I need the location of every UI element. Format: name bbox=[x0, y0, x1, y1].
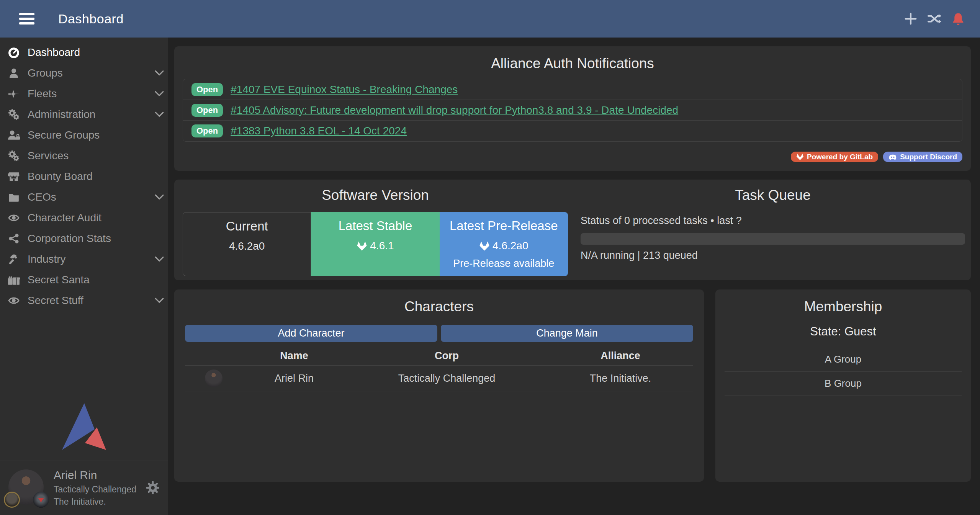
notification-link[interactable]: #1407 EVE Equinox Status - Breaking Chan… bbox=[231, 83, 458, 96]
membership-panel: Membership State: Guest A Group B Group bbox=[715, 289, 971, 482]
plus-icon[interactable] bbox=[904, 12, 917, 25]
sidebar-item-ceos[interactable]: CEOs bbox=[0, 187, 168, 208]
character-portrait bbox=[205, 369, 223, 387]
user-name: Ariel Rin bbox=[54, 468, 136, 482]
chevron-down-icon bbox=[155, 298, 164, 304]
top-navbar: Dashboard bbox=[0, 0, 980, 38]
gitlab-icon bbox=[796, 153, 804, 160]
characters-panel: Characters Add Character Change Main Nam… bbox=[174, 289, 704, 482]
sidebar-item-secret-stuff[interactable]: Secret Stuff bbox=[0, 290, 168, 311]
sidebar-item-dashboard[interactable]: Dashboard bbox=[0, 42, 168, 63]
notifications-title: Alliance Auth Notifications bbox=[183, 56, 962, 72]
add-character-button[interactable]: Add Character bbox=[185, 325, 437, 342]
user-lock-icon bbox=[6, 129, 21, 141]
membership-state: State: Guest bbox=[725, 325, 962, 338]
notification-row: Open #1405 Advisory: Future development … bbox=[183, 100, 962, 121]
user-panel: Ariel Rin Tactically Challenged The Init… bbox=[0, 461, 168, 515]
gitlab-shield[interactable]: Powered by GitLab bbox=[791, 152, 878, 162]
membership-groups: A Group B Group bbox=[725, 348, 962, 396]
task-queue-counts: N/A running | 213 queued bbox=[581, 250, 965, 262]
notification-row: Open #1407 EVE Equinox Status - Breaking… bbox=[183, 79, 962, 100]
shuffle-icon[interactable] bbox=[927, 12, 942, 25]
version-box-current: Current 4.6.2a0 bbox=[183, 212, 311, 276]
gifts-icon bbox=[6, 274, 21, 286]
notifications-panel: Alliance Auth Notifications Open #1407 E… bbox=[174, 46, 971, 171]
prerelease-version: 4.6.2a0 bbox=[440, 240, 568, 252]
version-box-stable: Latest Stable 4.6.1 bbox=[311, 212, 439, 276]
cogs-icon bbox=[6, 150, 21, 162]
sidebar-item-character-audit[interactable]: Character Audit bbox=[0, 208, 168, 228]
notifications-list: Open #1407 EVE Equinox Status - Breaking… bbox=[183, 79, 962, 142]
notification-row: Open #1383 Python 3.8 EOL - 14 Oct 2024 bbox=[183, 121, 962, 141]
user-alliance: The Initiative. bbox=[54, 496, 136, 507]
character-corp: Tactically Challenged bbox=[346, 373, 548, 384]
character-name: Ariel Rin bbox=[242, 373, 346, 384]
gitlab-icon bbox=[357, 241, 367, 251]
share-nodes-icon bbox=[6, 233, 21, 244]
character-alliance: The Initiative. bbox=[548, 373, 693, 384]
sidebar-item-groups[interactable]: Groups bbox=[0, 63, 168, 83]
chevron-down-icon bbox=[155, 256, 164, 262]
notification-link[interactable]: #1383 Python 3.8 EOL - 14 Oct 2024 bbox=[231, 125, 407, 137]
status-badge: Open bbox=[191, 83, 223, 96]
task-queue-progressbar bbox=[581, 233, 965, 245]
page-title: Dashboard bbox=[58, 11, 124, 26]
task-queue-status: Status of 0 processed tasks • last ? bbox=[581, 215, 965, 227]
alliance-auth-logo bbox=[0, 401, 168, 461]
chevron-down-icon bbox=[155, 91, 164, 97]
alliance-logo-badge bbox=[33, 492, 49, 508]
folder-icon bbox=[6, 191, 21, 203]
hammer-icon bbox=[6, 253, 21, 265]
corp-logo-badge bbox=[4, 492, 20, 508]
sidebar-item-administration[interactable]: Administration bbox=[0, 104, 168, 125]
sidebar-item-bounty-board[interactable]: Bounty Board bbox=[0, 166, 168, 187]
tachometer-icon bbox=[6, 47, 21, 58]
membership-title: Membership bbox=[725, 299, 962, 315]
change-main-button[interactable]: Change Main bbox=[441, 325, 693, 342]
sidebar-item-secure-groups[interactable]: Secure Groups bbox=[0, 125, 168, 146]
current-version: 4.6.2a0 bbox=[183, 240, 311, 252]
gear-icon[interactable] bbox=[146, 481, 159, 494]
sidebar-item-secret-santa[interactable]: Secret Santa bbox=[0, 270, 168, 290]
characters-title: Characters bbox=[185, 299, 693, 315]
chevron-down-icon bbox=[155, 111, 164, 118]
eye-icon bbox=[6, 212, 21, 224]
bell-icon[interactable] bbox=[952, 12, 965, 25]
chevron-down-icon bbox=[155, 70, 164, 76]
sidebar-menu: Dashboard Groups Fleets Administration S… bbox=[0, 38, 168, 311]
characters-table-header: Name Corp Alliance bbox=[185, 347, 693, 366]
main-content: Alliance Auth Notifications Open #1407 E… bbox=[168, 38, 980, 515]
store-icon bbox=[6, 171, 21, 182]
sidebar-item-corporation-stats[interactable]: Corporation Stats bbox=[0, 228, 168, 249]
jet-icon bbox=[6, 88, 21, 100]
stable-version: 4.6.1 bbox=[311, 240, 439, 252]
sidebar-item-services[interactable]: Services bbox=[0, 146, 168, 166]
user-corp: Tactically Challenged bbox=[54, 484, 136, 495]
version-box-prerelease: Latest Pre-Release 4.6.2a0 Pre-Release a… bbox=[440, 212, 568, 276]
sidebar-item-fleets[interactable]: Fleets bbox=[0, 83, 168, 104]
notification-link[interactable]: #1405 Advisory: Future development will … bbox=[231, 104, 678, 116]
task-queue-title: Task Queue bbox=[581, 187, 965, 203]
chevron-down-icon bbox=[155, 194, 164, 200]
cogs-icon bbox=[6, 109, 21, 120]
menu-toggle-icon[interactable] bbox=[19, 11, 34, 27]
prerelease-note: Pre-Release available bbox=[440, 258, 568, 270]
sidebar-item-industry[interactable]: Industry bbox=[0, 249, 168, 270]
list-item: B Group bbox=[725, 372, 962, 396]
task-queue-section: Task Queue Status of 0 processed tasks •… bbox=[568, 187, 965, 273]
user-icon bbox=[6, 68, 21, 78]
software-version-panel: Software Version Current 4.6.2a0 Latest … bbox=[174, 180, 971, 280]
status-badge: Open bbox=[191, 124, 223, 137]
status-badge: Open bbox=[191, 104, 223, 117]
discord-shield[interactable]: Support Discord bbox=[883, 152, 962, 162]
sidebar: Dashboard Groups Fleets Administration S… bbox=[0, 38, 168, 515]
table-row: Ariel Rin Tactically Challenged The Init… bbox=[185, 366, 693, 391]
eye-icon bbox=[6, 295, 21, 306]
list-item: A Group bbox=[725, 348, 962, 372]
gitlab-icon bbox=[479, 241, 490, 251]
software-version-title: Software Version bbox=[183, 187, 568, 203]
discord-icon bbox=[888, 153, 897, 161]
characters-table: Name Corp Alliance Ariel Rin Tactically … bbox=[185, 347, 693, 391]
